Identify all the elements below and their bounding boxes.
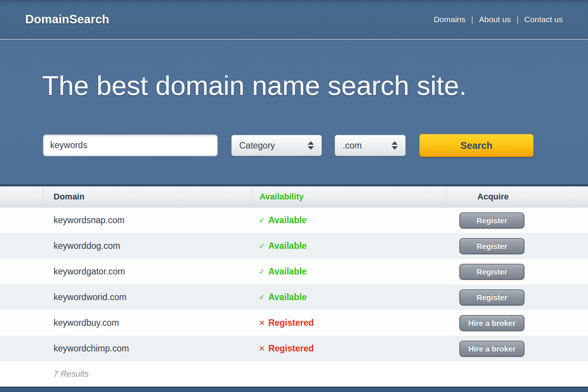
availability-cell: ✓ Available [259, 284, 307, 310]
tld-select[interactable]: .com [335, 135, 406, 156]
keywords-input[interactable] [43, 134, 218, 156]
status-icon: ✓ [259, 268, 265, 275]
status-icon: ✕ [259, 345, 265, 352]
availability-status: Available [268, 292, 307, 302]
results-count-row: 7 Results [0, 361, 588, 387]
status-icon: ✓ [259, 217, 265, 224]
brand-logo[interactable]: DomainSearch [25, 13, 109, 26]
column-header-acquire: Acquire [446, 186, 540, 207]
table-row: keywordsnap.com ✓ Available Register [0, 207, 588, 233]
nav-link-domains[interactable]: Domains [434, 15, 466, 24]
main-nav: Domains | About us | Contact us [434, 15, 563, 24]
select-arrows-icon [308, 141, 314, 150]
nav-separator: | [516, 15, 518, 24]
availability-cell: ✓ Available [259, 259, 307, 284]
nav-link-about-us[interactable]: About us [479, 15, 511, 24]
domain-name: keywordworid.com [54, 284, 126, 310]
availability-status: Registered [268, 343, 314, 354]
category-select[interactable]: Category [231, 135, 322, 156]
table-row: keyworddog.com ✓ Available Register [0, 233, 588, 259]
table-row: keywordgator.com ✓ Available Register [0, 259, 588, 284]
domain-name: keywordsnap.com [54, 207, 124, 233]
table-row: keywordworid.com ✓ Available Register [0, 284, 588, 310]
column-header-domain: Domain [54, 186, 85, 207]
table-header: Domain Availability Acquire [0, 185, 588, 207]
acquire-button[interactable]: Hire a broker [459, 341, 524, 357]
footer-bar [0, 387, 588, 392]
status-icon: ✓ [259, 242, 265, 250]
availability-cell: ✓ Available [259, 207, 307, 233]
results-count: 7 Results [54, 361, 89, 387]
column-header-availability: Availability [260, 186, 304, 207]
top-nav-bar: DomainSearch Domains | About us | Contac… [0, 0, 588, 39]
status-icon: ✓ [259, 294, 265, 301]
domain-name: keyworddog.com [54, 233, 120, 259]
availability-status: Available [268, 241, 307, 251]
table-row: keywordbuy.com ✕ Registered Hire a broke… [0, 310, 588, 336]
domain-name: keywordchimp.com [54, 336, 129, 361]
tld-select-value: .com [343, 140, 362, 151]
domain-search-page: DomainSearch Domains | About us | Contac… [0, 0, 588, 392]
column-divider [252, 186, 252, 207]
column-divider [43, 186, 43, 207]
hero-section: The best domain name search site. Catego… [0, 39, 588, 185]
category-select-value: Category [239, 140, 275, 151]
acquire-button[interactable]: Hire a broker [459, 315, 524, 331]
availability-cell: ✓ Available [259, 233, 307, 259]
acquire-button[interactable]: Register [459, 289, 524, 305]
availability-status: Registered [268, 318, 314, 328]
acquire-button[interactable]: Register [459, 238, 524, 254]
availability-status: Available [268, 266, 307, 277]
table-body: keywordsnap.com ✓ Available Register key… [0, 207, 588, 361]
nav-link-contact-us[interactable]: Contact us [524, 15, 563, 24]
select-arrows-icon [392, 141, 398, 150]
availability-cell: ✕ Registered [259, 310, 314, 336]
availability-cell: ✕ Registered [259, 336, 314, 361]
status-icon: ✕ [259, 319, 265, 327]
acquire-button[interactable]: Register [459, 212, 524, 229]
acquire-button[interactable]: Register [459, 264, 524, 280]
domain-name: keywordgator.com [54, 259, 125, 284]
hero-heading: The best domain name search site. [42, 70, 467, 101]
table-row: keywordchimp.com ✕ Registered Hire a bro… [0, 336, 588, 361]
search-button[interactable]: Search [419, 134, 534, 157]
nav-separator: | [471, 15, 473, 24]
domain-name: keywordbuy.com [54, 310, 119, 336]
availability-status: Available [268, 215, 307, 225]
